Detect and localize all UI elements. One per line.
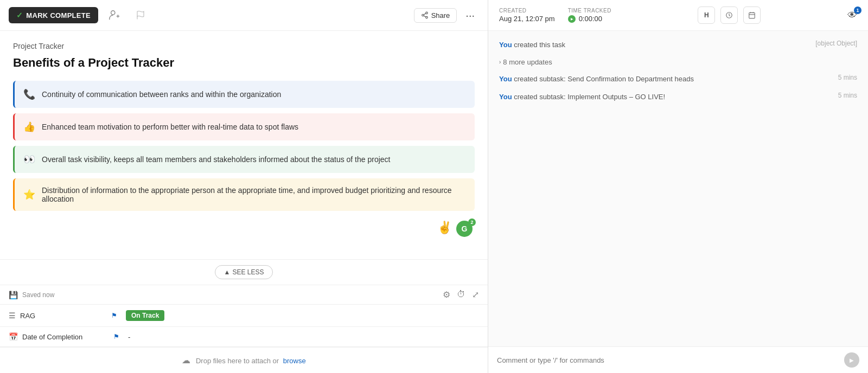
more-updates-text: 8 more updates [503, 58, 552, 66]
rag-pin-icon[interactable]: ⚑ [111, 312, 117, 319]
benefit-icon-4: ⭐ [23, 189, 35, 201]
rag-field-label: RAG [20, 312, 107, 320]
on-track-badge[interactable]: On Track [126, 310, 164, 321]
save-icon: 💾 [9, 291, 18, 299]
time-tracked-value: 0:00:00 [579, 15, 602, 23]
share-button[interactable]: Share [414, 8, 457, 23]
activity-text-1: created this task [514, 41, 565, 49]
calendar-button[interactable] [743, 7, 761, 24]
history-icon[interactable]: ⏱ [457, 290, 465, 300]
benefit-item-4: ⭐ Distribution of information to the app… [13, 178, 475, 211]
activity-actor-1: You [499, 41, 512, 49]
see-less-button[interactable]: ▲ SEE LESS [215, 265, 273, 279]
svg-point-0 [111, 11, 115, 15]
activity-text-3: created subtask: Send Confirmation to De… [514, 75, 694, 83]
see-less-bar: ▲ SEE LESS [0, 259, 488, 285]
file-drop-text: Drop files here to attach or [196, 357, 279, 365]
date-field-icon: 📅 [9, 332, 18, 341]
flag-button[interactable] [131, 5, 150, 25]
reaction-row: ✌️ G 2 [13, 216, 475, 241]
activity-item-4: You created subtask: Implement Outputs –… [499, 92, 857, 102]
share-label: Share [431, 11, 450, 20]
activity-time-1: [object Object] [815, 40, 857, 47]
svg-point-4 [425, 12, 427, 14]
content-area: Project Tracker Benefits of a Project Tr… [0, 31, 488, 259]
send-icon: ▶ [850, 357, 854, 363]
right-panel: CREATED Aug 21, 12:07 pm TIME TRACKED 0:… [488, 0, 868, 373]
reaction-peace[interactable]: ✌️ [437, 221, 452, 237]
hourglass-button[interactable]: H [698, 7, 715, 24]
activity-content-3: You created subtask: Send Confirmation t… [499, 74, 832, 85]
check-icon: ✓ [16, 11, 23, 20]
mark-complete-label: MARK COMPLETE [26, 11, 91, 20]
comment-bar: ▶ [488, 346, 868, 373]
benefit-text-3: Overall task visibility, keeps all team … [42, 155, 391, 164]
time-tracked-meta: TIME TRACKED 0:00:00 [568, 8, 611, 23]
meta-action-icons: H [698, 7, 761, 24]
timer-button[interactable] [720, 7, 738, 24]
watchers-badge: 1 [854, 7, 861, 14]
browse-link[interactable]: browse [283, 357, 306, 365]
benefit-text-2: Enhanced team motivation to perform bett… [42, 123, 298, 131]
benefit-text-4: Distribution of information to the appro… [42, 186, 466, 203]
date-of-completion-field-row: 📅 Date of Completion ⚑ - [0, 327, 488, 347]
benefit-item-2: 👍 Enhanced team motivation to perform be… [13, 113, 475, 140]
comment-input[interactable] [497, 356, 839, 364]
benefit-text-1: Continuity of communication between rank… [42, 90, 281, 99]
time-tracked-label: TIME TRACKED [568, 8, 611, 14]
benefit-item-1: 📞 Continuity of communication between ra… [13, 81, 475, 108]
date-field-value[interactable]: - [128, 333, 130, 341]
rag-field-row: ☰ RAG ⚑ On Track [0, 305, 488, 327]
expand-icon[interactable]: ⤢ [472, 290, 479, 300]
timer-play-icon[interactable] [568, 15, 576, 23]
benefit-item-3: 👀 Overall task visibility, keeps all tea… [13, 146, 475, 173]
activity-content-1: You created this task [499, 40, 809, 50]
meta-bar: CREATED Aug 21, 12:07 pm TIME TRACKED 0:… [488, 0, 868, 31]
left-panel: ✓ MARK COMPLETE [0, 0, 488, 373]
add-user-button[interactable] [105, 5, 124, 25]
chevron-right-icon: › [499, 59, 501, 65]
rag-field-icon: ☰ [9, 311, 16, 320]
file-drop-area: ☁ Drop files here to attach or browse [0, 347, 488, 373]
activity-area: You created this task [object Object] › … [488, 31, 868, 346]
created-meta: CREATED Aug 21, 12:07 pm [499, 8, 555, 23]
activity-content-4: You created subtask: Implement Outputs –… [499, 92, 832, 102]
more-updates[interactable]: › 8 more updates [499, 58, 857, 66]
more-options-button[interactable]: ··· [461, 7, 479, 24]
svg-line-7 [424, 16, 426, 17]
saved-label: Saved now [22, 291, 54, 299]
benefit-icon-2: 👍 [23, 121, 35, 133]
toolbar-right: Share ··· [414, 7, 479, 24]
activity-text-4: created subtask: Implement Outputs – GO … [514, 93, 665, 101]
bottom-bar-icons: ⚙ ⏱ ⤢ [443, 290, 479, 300]
see-less-label: SEE LESS [232, 268, 264, 276]
task-title: Benefits of a Project Tracker [13, 56, 475, 70]
settings-icon[interactable]: ⚙ [443, 290, 450, 300]
timer-display: 0:00:00 [568, 15, 611, 23]
svg-point-6 [425, 16, 427, 18]
svg-point-5 [422, 14, 424, 16]
svg-line-8 [424, 14, 426, 15]
breadcrumb: Project Tracker [13, 42, 475, 50]
mark-complete-button[interactable]: ✓ MARK COMPLETE [9, 7, 98, 23]
benefit-icon-1: 📞 [23, 88, 35, 100]
activity-actor-3: You [499, 75, 512, 83]
date-pin-icon[interactable]: ⚑ [113, 333, 119, 340]
activity-time-4: 5 mins [838, 92, 857, 99]
toolbar: ✓ MARK COMPLETE [0, 0, 488, 31]
activity-actor-4: You [499, 93, 512, 101]
comment-send-button[interactable]: ▶ [844, 352, 859, 368]
activity-item-3: You created subtask: Send Confirmation t… [499, 74, 857, 85]
created-value: Aug 21, 12:07 pm [499, 15, 555, 23]
activity-time-3: 5 mins [838, 74, 857, 81]
hourglass-icon: H [704, 11, 709, 19]
svg-rect-10 [749, 12, 755, 18]
created-label: CREATED [499, 8, 555, 14]
date-field-label: Date of Completion [22, 333, 109, 341]
bottom-status-bar: 💾 Saved now ⚙ ⏱ ⤢ [0, 285, 488, 304]
watchers-container: 👁 1 [847, 10, 857, 21]
activity-item-1: You created this task [object Object] [499, 40, 857, 50]
reaction-g[interactable]: G 2 [456, 221, 473, 237]
benefit-icon-3: 👀 [23, 153, 35, 165]
reaction-badge: 2 [468, 218, 476, 226]
